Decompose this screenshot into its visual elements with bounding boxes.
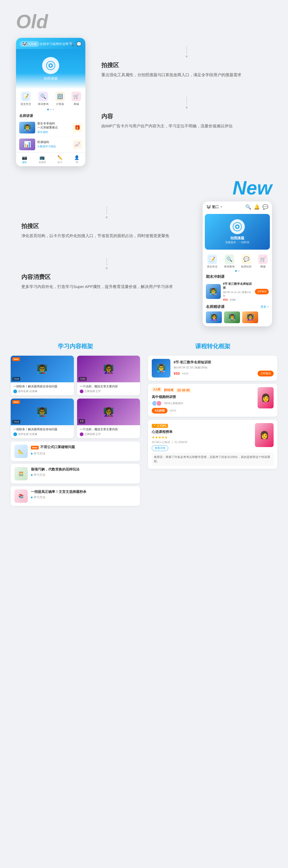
old-annotations: ▼ 拍搜区 重点强化工具属性，分拍照搜题与口算批改两入口，满足全学段用户的搜题需… (96, 38, 272, 129)
words-icon: 🔍 (38, 92, 48, 101)
learning-card-teacher-1: 清华名师·吕美琳 (13, 390, 71, 393)
learning-card-title-1: 一招秒杀！解决圆周差合传动问题 (13, 384, 71, 389)
learning-card-info-3: 一招秒杀！解决圆周差合传动问题 清华名师·吕美琳 (11, 425, 74, 438)
nav-item-new-words[interactable]: 🔍 单词查询 (224, 254, 235, 269)
new-phone-hero[interactable]: 拍照搜题 海量题库，一拍即得 (205, 214, 270, 250)
new-annotations: ▼ 拍搜区 净化首页结构，以卡片形式外化拍搜入口，节省首页的面积占比，同时使视觉… (16, 202, 192, 290)
list-icon-2: 🧮 (15, 467, 28, 480)
learning-thumb-4: 3万 👩‍🏫 (77, 399, 140, 425)
group-buy-card[interactable]: 2人团 距结束 15 30 05 高中领跑特训营 3434人拼团成功 (148, 384, 277, 417)
search-icon[interactable]: 🔍 (69, 41, 74, 46)
group-count-text: 3434人拼团成功 (164, 402, 183, 405)
old-ann-title-1: 拍搜区 (101, 61, 272, 69)
group-time: 15 30 05 (176, 388, 192, 393)
top-course-card[interactable]: 🏆 2 TOP1 心选课程榜单 ★★★★★ 34.5W人已购买 | 31.2W好… (148, 420, 277, 469)
bottom-nav-live[interactable]: 📺 直播课 (39, 155, 46, 164)
old-label: Old (16, 11, 272, 32)
teacher-thumb-3: 👩‍🏫 (242, 311, 258, 323)
main-course-header: 👨‍🏫 8节·初三数学名师短训班 倒计时 04 32 18 | 限量100份 ¥… (152, 359, 273, 377)
teacher-dot-icon (13, 390, 17, 393)
main-course-buy-btn[interactable]: 立即购买 (258, 371, 273, 376)
old-annotation-1: ▼ 拍搜区 重点强化工具属性，分拍照搜题与口算批改两入口，满足全学段用户的搜题需… (96, 43, 272, 78)
nav-item-shop[interactable]: 🛒 商城 (71, 92, 81, 106)
nav-item-new-shop[interactable]: 🛒 商城 (258, 254, 268, 269)
camera-icon-new[interactable] (230, 219, 245, 234)
group-price-btn[interactable]: 3元拼团 (152, 408, 168, 413)
new-phone-mockup: 🐼 初二 ▼ 🔍 🔔 💬 拍照搜题 (203, 202, 272, 327)
teacher-dot-icon-4 (80, 432, 84, 436)
list-item-3[interactable]: 📚 一招提高正确率！文言文选择题秒杀 学习方法 (11, 486, 140, 506)
old-header-icons: 🔍 💬 (69, 41, 82, 46)
teacher-thumb-1: 👩‍🏫 (206, 311, 222, 323)
old-annotation-2: ▼ 内容 由IMP广告卡片与用户自产内容为主，学习定位不明确，流量价值难以评估 (96, 94, 272, 129)
bottom-nav-me[interactable]: 👤 我 (74, 155, 80, 164)
search-icon-new[interactable]: 🔍 (245, 204, 251, 210)
calculator-icon: 🔢 (55, 92, 65, 101)
old-card-sub-2: 大数据学习报告 (37, 145, 70, 148)
new-dot-2 (238, 270, 239, 272)
old-section-title: 名师讲课 (16, 111, 85, 119)
main-course-price-row: ¥50 ¥499 立即购买 (174, 371, 273, 376)
bell-icon-new[interactable]: 🔔 (254, 204, 260, 210)
message-icon[interactable]: 💬 (76, 41, 82, 46)
new-content: ▼ 拍搜区 净化首页结构，以卡片形式外化拍搜入口，节省首页的面积占比，同时使视觉… (16, 202, 272, 327)
dot-1 (47, 109, 49, 110)
arrow-1: ▼ (101, 46, 272, 59)
old-course-card-1[interactable]: 👨‍🏫 新生专享福利一元突破重难点 新生福利 🎁 (16, 119, 85, 136)
old-card-badge-2: 📈 (73, 140, 82, 149)
more-link[interactable]: 更多 > (261, 305, 269, 309)
message-icon-new[interactable]: 💬 (262, 204, 268, 210)
camera-icon-old[interactable] (42, 57, 59, 74)
new-ann-title-1: 拍搜区 (21, 222, 192, 230)
old-content: 🐼 九年级 在线学习就用作业帮 🔍 💬 拍照搜题 (16, 38, 272, 166)
group-buy-info: 2人团 距结束 15 30 05 高中领跑特训营 3434人拼团成功 (152, 387, 258, 413)
top-course-info: 🏆 2 TOP1 心选课程榜单 ★★★★★ 34.5W人已购买 | 31.2W好… (152, 423, 252, 451)
group-avatars (152, 400, 162, 406)
old-dots (16, 107, 85, 111)
new-grade-selector[interactable]: 🐼 初二 ▼ (206, 205, 223, 209)
watch-count-1: 7124 (12, 377, 20, 381)
learning-framework-title: 学习内容框架 (11, 342, 140, 350)
learning-card-2[interactable]: 7124 👩‍🏫 一个法则，概括文章主要内容 王牌讲师·王宇 (77, 356, 140, 395)
bottom-nav-practice[interactable]: ✏️ 练习 (57, 155, 63, 164)
detail-btn[interactable]: 查看详情 (152, 445, 168, 451)
learning-grid: New 7124 👨‍🏫 一招秒杀！解决圆周差合传动问题 清华名师·吕美琳 (11, 356, 140, 438)
watch-count-3: 7124 (12, 420, 20, 424)
svg-point-5 (236, 226, 238, 228)
new-buy-btn[interactable]: 立即购买 (255, 289, 269, 294)
nav-item-new-community[interactable]: 💬 知否社区 (241, 254, 252, 269)
learning-card-4[interactable]: 3万 👩‍🏫 一个法则，概括文章主要内容 王牌讲师·王宇 (77, 399, 140, 438)
old-phone-nav: 📝 语文作文 🔍 单词查询 🔢 计算器 🛒 商城 (16, 89, 85, 107)
nav-item-new-composition[interactable]: 📝 语文作文 (207, 254, 218, 269)
old-course-card-2[interactable]: 📊 听课福利 大数据学习报告 📈 (16, 136, 85, 153)
new-course-countdown: 倒计时 04 32 18 | 限量100份 (223, 291, 253, 298)
main-course-card[interactable]: 👨‍🏫 8节·初三数学名师短训班 倒计时 04 32 18 | 限量100份 ¥… (148, 356, 277, 381)
learning-card-3[interactable]: New 7124 👨‍🏫 一招秒杀！解决圆周差合传动问题 清华名师·吕美琳 (11, 399, 74, 438)
top-badge: 🏆 2 TOP1 (152, 424, 168, 428)
top-course-content: 🏆 2 TOP1 心选课程榜单 ★★★★★ 34.5W人已购买 | 31.2W好… (152, 423, 273, 451)
old-card-title-1: 新生专享福利一元突破重难点 (37, 122, 70, 130)
nav-item-composition[interactable]: 📝 语文作文 (21, 92, 31, 106)
main-course-price: ¥50 (174, 371, 180, 376)
new-dots (203, 270, 272, 273)
list-item-1[interactable]: 📐 New 不背公式口算碰错问题 学习方法 (11, 441, 140, 461)
list-icon-3: 📚 (15, 489, 28, 503)
new-arrow-1: ▼ (21, 207, 192, 220)
new-ann-title-2: 内容消费区 (21, 273, 192, 281)
learning-card-1[interactable]: New 7124 👨‍🏫 一招秒杀！解决圆周差合传动问题 清华名师·吕美琳 (11, 356, 74, 395)
list-item-2[interactable]: 🧮 裂项巧解，代数变换的花样玩法 学习方法 (11, 464, 140, 484)
old-ann-title-2: 内容 (101, 113, 272, 120)
group-info: 3434人拼团成功 (152, 400, 258, 406)
conversion-framework-col: 课程转化框架 👨‍🏫 8节·初三数学名师短训班 倒计时 04 32 18 | 限… (148, 342, 277, 509)
bottom-nav-camera[interactable]: 📷 摄影 (22, 155, 27, 164)
new-course-title: 8节·初三数学名师短训班 (223, 282, 253, 290)
nav-item-words[interactable]: 🔍 单词查询 (38, 92, 49, 106)
new-badge-1: New (12, 357, 20, 361)
group-buy-content: 2人团 距结束 15 30 05 高中领跑特训营 3434人拼团成功 (152, 387, 273, 413)
new-hero-label: 拍照搜题 (230, 236, 244, 241)
nav-item-calculator[interactable]: 🔢 计算器 (55, 92, 65, 106)
course-review: 推荐语：掌握了许多必考考点和数学思维，后面考了好多次100分，真的是推荐这个特训… (152, 453, 273, 466)
group-badge: 2人团 (152, 387, 162, 392)
new-course-card[interactable]: 👨‍🏫 8节·初三数学名师短训班 倒计时 04 32 18 | 限量100份 ¥… (203, 280, 272, 304)
group-course-title: 高中领跑特训营 (152, 395, 258, 399)
